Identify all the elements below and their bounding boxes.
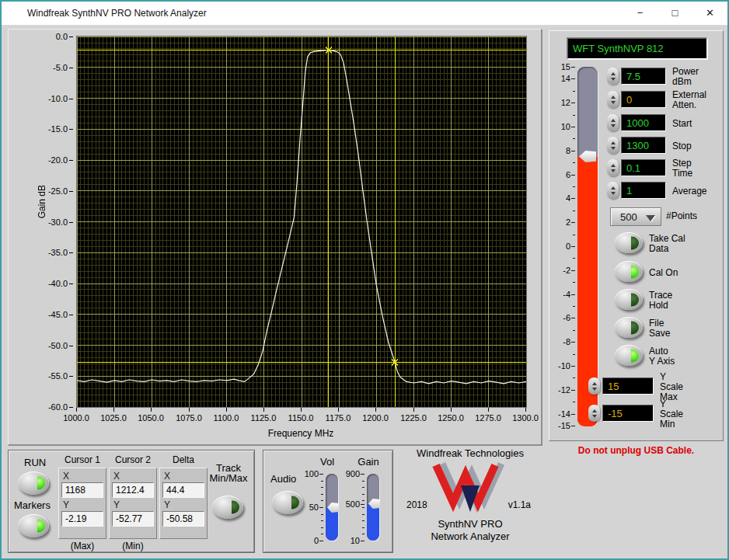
trace-hold-label: Trace Hold — [649, 290, 672, 311]
average-spinner[interactable] — [607, 182, 619, 199]
branding-block: Windfreak Technologies 2018 v1.1a SynthN… — [394, 447, 546, 543]
slider-tick-label: 8 — [566, 146, 570, 155]
start-field[interactable]: 1000 — [621, 114, 666, 131]
atten-spinner[interactable] — [607, 91, 619, 108]
y-scale-min-spinner[interactable] — [588, 405, 600, 422]
y-tick-mark — [69, 252, 73, 253]
y-axis-ticks: 0.0-5.0-10.0-15.0-20.0-25.0-30.0-35.0-40… — [35, 37, 74, 407]
maximize-button[interactable]: □ — [657, 2, 692, 25]
audio-button[interactable] — [272, 491, 303, 514]
track-minmax-button[interactable] — [212, 496, 243, 519]
file-save-button[interactable] — [615, 317, 643, 338]
slider-tick-mark — [571, 198, 575, 199]
brand-version: v1.1a — [508, 499, 531, 510]
trace-hold-led-icon — [631, 293, 639, 306]
titlebar[interactable]: Windfreak SynthNV PRO Network Analyzer −… — [2, 2, 727, 26]
y-scale-max-spinner[interactable] — [588, 377, 600, 395]
y-tick-label: -45.0 — [48, 310, 68, 319]
slider-tick-label: 14 — [561, 74, 570, 83]
cal-on-button[interactable] — [615, 261, 643, 282]
slider-tick-label: 100 — [305, 469, 319, 478]
points-dropdown-value: 500 — [620, 211, 637, 223]
spinner-up-icon[interactable] — [611, 186, 616, 190]
spinner-up-icon[interactable] — [611, 141, 616, 144]
run-button[interactable] — [18, 471, 49, 495]
gain-slider[interactable]: 90050010 — [342, 474, 381, 541]
spinner-down-icon[interactable] — [611, 192, 616, 195]
points-dropdown[interactable]: 500 — [610, 207, 661, 226]
gain-label: Gain — [353, 457, 384, 467]
cursor2-footer: (Min) — [109, 541, 157, 551]
spinner-down-icon[interactable] — [592, 415, 597, 418]
delta-readout: X 44.4 Y -50.58 — [159, 468, 208, 539]
slider-tick-mark — [362, 520, 364, 521]
spinner-up-icon[interactable] — [611, 72, 616, 75]
slider-tick-mark — [573, 282, 575, 283]
slider-tick-mark — [319, 541, 323, 541]
slider-tick-mark — [573, 91, 575, 92]
company-name: Windfreak Technologies — [394, 447, 546, 459]
y-tick-label: -5.0 — [53, 63, 68, 72]
spinner-down-icon[interactable] — [611, 101, 616, 104]
slider-tick-label: 2 — [566, 217, 570, 227]
cursor1-x-value[interactable]: 1168 — [61, 482, 103, 498]
gain-trace-chart[interactable] — [77, 37, 526, 407]
spinner-down-icon[interactable] — [611, 78, 616, 81]
auto-y-axis-button[interactable] — [615, 345, 643, 366]
slider-tick-label: 4 — [566, 193, 570, 203]
vol-slider-track[interactable] — [326, 474, 338, 541]
trace-hold-button[interactable] — [615, 289, 643, 310]
spinner-up-icon[interactable] — [592, 409, 597, 412]
gain-slider-track[interactable] — [367, 474, 379, 541]
spinner-up-icon[interactable] — [611, 119, 616, 122]
stop-field-label: Stop — [672, 141, 692, 151]
vol-slider[interactable]: 100500 — [301, 474, 340, 541]
audio-panel: Audio Vol 100500 Gain 90050010 — [263, 450, 393, 553]
power-spinner[interactable] — [607, 68, 619, 85]
y-scale-min-field[interactable]: -15 — [602, 405, 654, 422]
y-tick-mark — [69, 129, 73, 130]
atten-field[interactable]: 0 — [621, 91, 666, 108]
take-cal-data-button[interactable] — [615, 232, 643, 253]
track-minmax-led-icon — [232, 501, 239, 514]
x-tick-mark — [375, 408, 376, 412]
spinner-down-icon[interactable] — [611, 124, 616, 127]
cursor2-y-value[interactable]: -52.77 — [112, 511, 154, 527]
markers-button[interactable] — [18, 514, 49, 537]
power-slider-track[interactable] — [577, 67, 598, 426]
cursor1-y-value[interactable]: -2.19 — [61, 511, 103, 527]
average-field[interactable]: 1 — [621, 182, 666, 199]
slider-tick-mark — [321, 514, 323, 515]
x-tick-mark — [226, 408, 227, 412]
spinner-down-icon[interactable] — [611, 147, 616, 150]
spinner-down-icon[interactable] — [611, 169, 616, 172]
stop-field[interactable]: 1300 — [621, 137, 666, 154]
slider-tick-label: -10 — [558, 361, 570, 370]
spinner-down-icon[interactable] — [592, 388, 597, 391]
minimize-button[interactable]: − — [623, 2, 657, 25]
audio-label: Audio — [270, 474, 296, 484]
slider-tick-mark — [573, 235, 575, 235]
spinner-up-icon[interactable] — [611, 96, 616, 99]
device-id-display: WFT SynthNVP 812 — [567, 38, 707, 59]
steptime-spinner[interactable] — [607, 159, 619, 176]
spinner-up-icon[interactable] — [592, 382, 597, 385]
plot-area[interactable] — [76, 36, 527, 408]
x-label: X — [164, 471, 204, 482]
stop-spinner[interactable] — [607, 137, 619, 154]
cursor2-readout: X 1212.4 Y -52.77 — [109, 468, 157, 539]
slider-tick-mark — [571, 270, 575, 271]
file-save-led-icon — [631, 321, 639, 334]
slider-tick-label: 500 — [346, 499, 360, 509]
steptime-field[interactable]: 0.1 — [621, 159, 666, 176]
y-scale-max-field[interactable]: 15 — [602, 377, 654, 395]
power-field[interactable]: 7.5 — [621, 68, 666, 85]
gain-slider-scale: 90050010 — [342, 474, 365, 541]
close-button[interactable]: ✕ — [692, 2, 727, 25]
slider-tick-mark — [321, 500, 323, 501]
power-level-slider[interactable]: 1514121086420-2-4-6-8-10-12-14-15 — [553, 67, 596, 426]
start-spinner[interactable] — [607, 114, 619, 131]
spinner-up-icon[interactable] — [611, 164, 616, 167]
slider-tick-label: -15 — [558, 421, 570, 430]
cursor2-x-value[interactable]: 1212.4 — [112, 482, 154, 498]
